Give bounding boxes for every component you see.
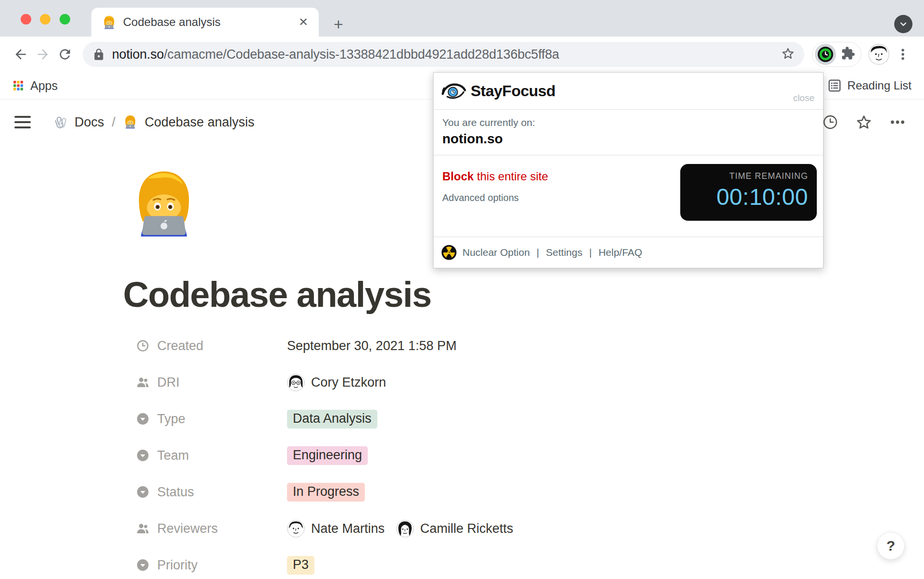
- person-chip: Cory Etzkorn: [287, 374, 386, 391]
- browser-window: Codebase analysis ✕ +: [0, 0, 924, 579]
- block-section: Block this entire site Advanced options …: [434, 155, 823, 237]
- time-remaining-value: 00:10:00: [689, 184, 808, 210]
- reload-button[interactable]: [54, 43, 76, 65]
- popup-close-link[interactable]: close: [793, 93, 814, 109]
- browser-tab[interactable]: Codebase analysis ✕: [91, 8, 319, 37]
- browser-toolbar: notion.so/camacme/Codebase-analysis-1338…: [0, 37, 924, 72]
- chevron-down-icon: [897, 18, 910, 30]
- nuclear-option-link[interactable]: Nuclear Option: [462, 247, 530, 258]
- help-button[interactable]: ?: [877, 532, 905, 560]
- reading-list-button[interactable]: Reading List: [827, 78, 912, 93]
- bookmark-star-button[interactable]: [780, 46, 796, 63]
- stayfocusd-clock-icon: [817, 46, 834, 63]
- properties-list: Created September 30, 2021 1:58 PM DRI: [136, 327, 924, 579]
- stayfocusd-extension-button[interactable]: [815, 44, 836, 65]
- macos-zoom-button[interactable]: [60, 14, 70, 25]
- property-label: Type: [157, 412, 287, 427]
- apps-label: Apps: [30, 79, 58, 93]
- property-value[interactable]: P3: [287, 556, 314, 575]
- stayfocusd-logo: StayFocusd: [441, 82, 555, 100]
- popup-header: StayFocusd close: [434, 73, 823, 109]
- property-value[interactable]: Engineering: [287, 446, 368, 465]
- tag-data-analysis: Data Analysis: [287, 410, 377, 428]
- help-faq-link[interactable]: Help/FAQ: [599, 247, 642, 258]
- browser-menu-button[interactable]: [893, 43, 912, 65]
- breadcrumb: Docs / Codebase analysis: [53, 114, 254, 130]
- address-bar[interactable]: notion.so/camacme/Codebase-analysis-1338…: [83, 42, 804, 67]
- page-icon-woman-technologist[interactable]: [128, 166, 200, 239]
- property-row-team[interactable]: Team Engineering: [136, 437, 924, 474]
- tab-close-icon[interactable]: ✕: [297, 14, 310, 30]
- back-button[interactable]: [10, 43, 32, 65]
- person-name: Nate Martins: [311, 521, 385, 536]
- settings-link[interactable]: Settings: [546, 247, 583, 258]
- page-options-button[interactable]: [887, 112, 908, 132]
- kebab-menu-icon: [896, 47, 910, 62]
- property-value[interactable]: In Progress: [287, 483, 365, 502]
- nuclear-option-icon: [441, 245, 457, 260]
- tag-p3: P3: [287, 556, 314, 575]
- property-row-reviewers[interactable]: Reviewers Nate Martins: [136, 510, 924, 547]
- new-tab-button[interactable]: +: [329, 14, 348, 34]
- property-label: Team: [157, 448, 287, 463]
- tag-engineering: Engineering: [287, 446, 368, 465]
- profile-avatar-button[interactable]: [868, 44, 889, 65]
- popup-footer: Nuclear Option | Settings | Help/FAQ: [434, 237, 823, 268]
- avatar-nate-martins: [287, 520, 305, 538]
- time-remaining-label: TIME REMAINING: [689, 171, 808, 181]
- meatball-menu-icon: [889, 114, 906, 130]
- notion-topbar-actions: [820, 112, 908, 132]
- reading-list-icon: [827, 78, 842, 93]
- property-value[interactable]: Nate Martins Camille Ricketts: [287, 520, 513, 538]
- sidebar-toggle-button[interactable]: [14, 116, 31, 128]
- person-icon: [136, 376, 150, 389]
- current-site-section: You are currently on: notion.so: [434, 110, 823, 155]
- person-name: Camille Ricketts: [420, 521, 513, 536]
- titlebar: Codebase analysis ✕ +: [0, 0, 924, 37]
- property-value[interactable]: September 30, 2021 1:58 PM: [287, 339, 457, 353]
- time-remaining-box: TIME REMAINING 00:10:00: [680, 164, 817, 221]
- apps-shortcut[interactable]: Apps: [12, 79, 58, 93]
- eye-clock-logo-icon: [441, 82, 466, 100]
- property-value[interactable]: Data Analysis: [287, 410, 377, 428]
- forward-button[interactable]: [32, 43, 54, 65]
- tab-title: Codebase analysis: [123, 15, 297, 29]
- property-label: Created: [157, 339, 287, 353]
- woman-technologist-icon: [123, 114, 138, 130]
- block-rest: this entire site: [474, 170, 548, 183]
- property-label: Priority: [157, 558, 287, 573]
- extensions-puzzle-button[interactable]: [841, 46, 855, 63]
- macos-minimize-button[interactable]: [40, 14, 50, 25]
- page-title[interactable]: Codebase analysis: [123, 276, 924, 314]
- tab-favicon-woman-technologist-icon: [102, 15, 116, 29]
- avatar-camille-ricketts: [396, 520, 414, 538]
- tag-in-progress: In Progress: [287, 483, 365, 502]
- puzzle-icon: [841, 46, 855, 61]
- property-row-type[interactable]: Type Data Analysis: [136, 401, 924, 437]
- property-row-dri[interactable]: DRI Cory Etzkorn: [136, 364, 924, 401]
- property-row-status[interactable]: Status In Progress: [136, 474, 924, 510]
- select-icon: [136, 558, 150, 572]
- stayfocusd-popup: StayFocusd close You are currently on: n…: [433, 72, 824, 268]
- tab-search-chevron-button[interactable]: [894, 15, 912, 33]
- lock-icon[interactable]: [92, 48, 105, 61]
- favorite-page-button[interactable]: [854, 112, 874, 132]
- person-chip: Nate Martins: [287, 520, 385, 538]
- breadcrumb-page[interactable]: Codebase analysis: [145, 115, 254, 130]
- property-row-created[interactable]: Created September 30, 2021 1:58 PM: [136, 327, 924, 364]
- block-word: Block: [442, 170, 474, 183]
- url-domain: notion.so: [112, 47, 164, 62]
- footer-separator: |: [589, 247, 591, 258]
- select-icon: [136, 485, 150, 499]
- person-chip: Camille Ricketts: [396, 520, 513, 538]
- profile-avatar: [868, 44, 889, 65]
- linked-paperclips-icon: [53, 114, 68, 130]
- macos-close-button[interactable]: [21, 14, 31, 25]
- breadcrumb-docs[interactable]: Docs: [75, 115, 104, 130]
- extensions-area: [812, 42, 862, 67]
- property-row-priority[interactable]: Priority P3: [136, 547, 924, 579]
- created-clock-icon: [136, 339, 150, 352]
- property-value[interactable]: Cory Etzkorn: [287, 374, 386, 391]
- url-text: notion.so/camacme/Codebase-analysis-1338…: [112, 47, 559, 62]
- avatar-cory-etzkorn: [287, 374, 305, 391]
